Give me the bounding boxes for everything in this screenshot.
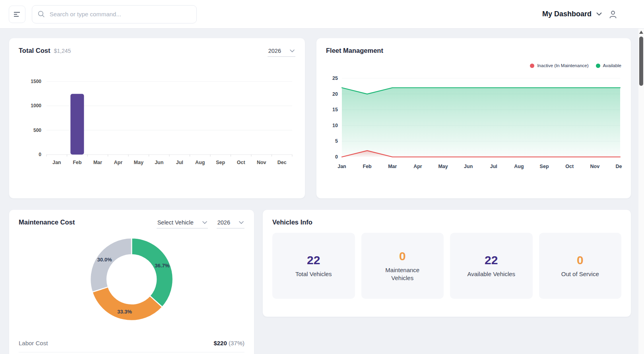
- svg-text:Jul: Jul: [176, 160, 183, 165]
- svg-text:20: 20: [332, 91, 338, 97]
- total-cost-bar-chart: 050010001500JanFebMarAprMayJunJulAugSepO…: [19, 75, 296, 174]
- vehicles-info-card: Vehicles Info 22Total Vehicles0Maintenan…: [262, 209, 631, 317]
- total-cost-amount: $1,245: [54, 48, 71, 54]
- svg-text:10: 10: [332, 123, 338, 128]
- search-box[interactable]: [32, 5, 197, 23]
- svg-text:Nov: Nov: [257, 160, 266, 165]
- stat-value: 22: [485, 253, 498, 267]
- svg-text:May: May: [134, 160, 144, 165]
- dashboard-title: My Dashboard: [542, 10, 592, 18]
- svg-text:May: May: [438, 164, 448, 169]
- cost-percent: (37%): [227, 340, 244, 346]
- vehicle-stat-tile: 22Total Vehicles: [272, 233, 355, 299]
- svg-text:36.7%: 36.7%: [155, 263, 169, 269]
- vehicle-stat-tile: 0Maintenance Vehicles: [361, 233, 444, 299]
- stat-value: 0: [577, 253, 584, 267]
- stat-value: 22: [307, 253, 320, 267]
- dashboard-page: My Dashboard Total Cost $1,245 2026: [0, 0, 644, 354]
- svg-text:5: 5: [335, 138, 338, 144]
- svg-text:Nov: Nov: [590, 164, 600, 169]
- stat-label: Available Vehicles: [467, 270, 515, 278]
- maintenance-rows: Labor Cost$220 (37%): [19, 340, 244, 352]
- svg-text:Apr: Apr: [114, 160, 122, 165]
- cost-breakdown-row: Labor Cost$220 (37%): [19, 340, 244, 352]
- svg-text:33.3%: 33.3%: [117, 309, 132, 315]
- maintenance-cost-card: Maintenance Cost Select Vehicle 2026: [9, 209, 254, 354]
- svg-text:Mar: Mar: [93, 160, 102, 165]
- stat-label: Maintenance Vehicles: [374, 266, 430, 282]
- total-cost-title: Total Cost: [19, 47, 50, 54]
- legend-item: Available: [596, 63, 621, 68]
- total-cost-year-select[interactable]: 2026: [268, 48, 295, 57]
- svg-text:Dec: Dec: [616, 164, 622, 169]
- chevron-down-icon: [239, 221, 244, 224]
- svg-text:Aug: Aug: [195, 160, 205, 165]
- svg-text:Oct: Oct: [565, 164, 574, 169]
- vehicle-select[interactable]: Select Vehicle: [157, 219, 208, 228]
- fleet-title: Fleet Management: [326, 47, 383, 54]
- maintenance-title: Maintenance Cost: [19, 219, 75, 226]
- svg-text:0: 0: [39, 152, 41, 157]
- svg-text:500: 500: [33, 128, 41, 133]
- svg-text:Sep: Sep: [540, 164, 549, 169]
- svg-text:30.0%: 30.0%: [97, 257, 112, 263]
- scroll-up-arrow[interactable]: [639, 31, 643, 34]
- svg-text:25: 25: [332, 75, 338, 81]
- dashboard-content: Total Cost $1,245 2026 050010001500JanFe…: [0, 29, 644, 354]
- stat-label: Out of Service: [561, 270, 599, 278]
- svg-text:Aug: Aug: [514, 164, 524, 169]
- legend-item: Inactive (In Maintenance): [530, 63, 588, 68]
- svg-text:Jan: Jan: [52, 160, 61, 165]
- chevron-down-icon: [290, 49, 295, 52]
- top-bar: My Dashboard: [0, 0, 644, 29]
- svg-text:Dec: Dec: [277, 160, 287, 165]
- cost-label: Labor Cost: [19, 340, 48, 346]
- vehicle-stat-tile: 0Out of Service: [539, 233, 622, 299]
- chevron-down-icon: [596, 12, 602, 16]
- user-icon[interactable]: [608, 10, 618, 19]
- vehicle-stat-tile: 22Available Vehicles: [450, 233, 533, 299]
- legend-label: Inactive (In Maintenance): [537, 63, 588, 68]
- cost-amount: $220: [213, 340, 227, 346]
- menu-icon: [14, 12, 21, 17]
- svg-text:1000: 1000: [31, 103, 41, 108]
- legend-dot: [530, 64, 534, 68]
- scrollbar-thumb[interactable]: [639, 37, 643, 86]
- search-icon: [38, 10, 45, 18]
- legend-label: Available: [603, 63, 621, 68]
- total-cost-card: Total Cost $1,245 2026 050010001500JanFe…: [9, 38, 305, 199]
- svg-text:0: 0: [335, 154, 338, 160]
- svg-text:Oct: Oct: [237, 160, 246, 165]
- fleet-area-chart: 0510152025JanFebMarAprMayJunJulAugSepOct…: [326, 73, 622, 174]
- fleet-management-card: Fleet Management Inactive (In Maintenanc…: [316, 38, 631, 199]
- svg-text:Jan: Jan: [338, 164, 346, 169]
- dashboard-selector[interactable]: My Dashboard: [542, 10, 602, 18]
- stat-label: Total Vehicles: [295, 270, 332, 278]
- menu-button[interactable]: [9, 6, 25, 23]
- svg-text:Jul: Jul: [490, 164, 497, 169]
- legend-dot: [596, 64, 600, 68]
- svg-text:Sep: Sep: [216, 160, 225, 165]
- svg-text:Jun: Jun: [464, 164, 473, 169]
- vehicles-info-title: Vehicles Info: [272, 219, 312, 226]
- svg-text:Mar: Mar: [388, 164, 397, 169]
- scrollbar[interactable]: [638, 29, 644, 354]
- svg-text:1500: 1500: [31, 79, 41, 84]
- stat-value: 0: [399, 250, 406, 263]
- maintenance-donut-chart: 36.7%33.3%30.0%: [80, 230, 183, 329]
- svg-text:15: 15: [332, 107, 338, 112]
- search-input[interactable]: [49, 10, 191, 18]
- fleet-legend: Inactive (In Maintenance)Available: [326, 63, 621, 68]
- svg-text:Feb: Feb: [363, 164, 372, 169]
- chevron-down-icon: [202, 221, 207, 224]
- svg-text:Apr: Apr: [413, 164, 422, 169]
- svg-text:Jun: Jun: [155, 160, 163, 165]
- cost-value: $220 (37%): [213, 340, 244, 346]
- maintenance-year-select[interactable]: 2026: [217, 219, 244, 228]
- vehicle-tiles: 22Total Vehicles0Maintenance Vehicles22A…: [272, 233, 621, 299]
- svg-text:Feb: Feb: [73, 160, 82, 165]
